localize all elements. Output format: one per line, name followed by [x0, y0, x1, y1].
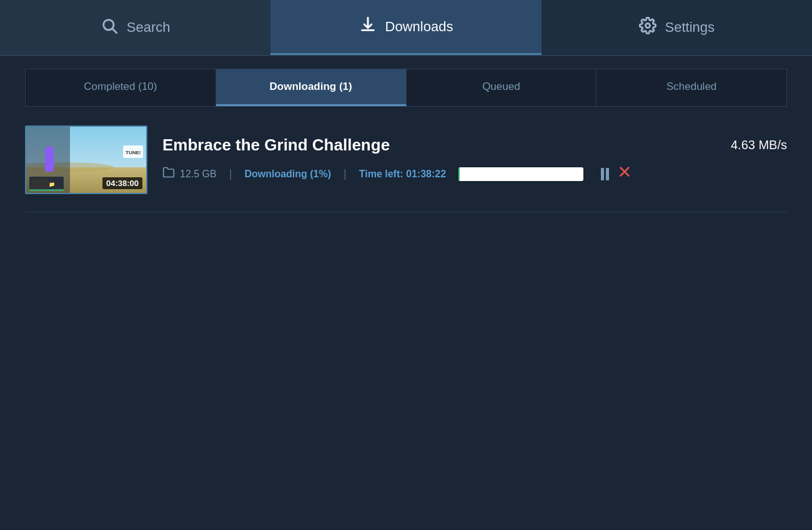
pipe-divider: | — [229, 167, 232, 180]
svg-rect-7 — [45, 153, 54, 172]
pause-button[interactable] — [601, 168, 609, 180]
tab-scheduled[interactable]: Scheduled — [597, 69, 786, 106]
svg-line-1 — [112, 29, 116, 32]
settings-icon — [639, 17, 656, 39]
time-left: Time left: 01:38:22 — [359, 169, 446, 180]
thumbnail: TUNE! 📁 04:38:00 — [25, 125, 147, 194]
cancel-button[interactable] — [616, 164, 633, 184]
sub-tabs: Completed (10) Downloading (1) Queued Sc… — [25, 69, 787, 107]
table-row: TUNE! 📁 04:38:00 Embrace the Grind Chall… — [25, 125, 787, 212]
nav-downloads[interactable]: Downloads — [270, 0, 541, 55]
nav-search-label: Search — [127, 19, 171, 36]
svg-text:TUNE!: TUNE! — [126, 150, 141, 155]
top-nav: Search Downloads Settings — [0, 0, 812, 56]
download-speed: 4.63 MB/s — [731, 138, 787, 152]
download-icon — [359, 16, 377, 37]
progress-bar-fill — [458, 167, 460, 181]
svg-rect-14 — [29, 189, 64, 191]
download-title: Embrace the Grind Challenge — [162, 135, 390, 155]
download-info: Embrace the Grind Challenge 4.63 MB/s 12… — [162, 135, 787, 184]
progress-bar — [458, 167, 583, 181]
tab-downloading[interactable]: Downloading (1) — [216, 69, 407, 106]
svg-text:📁: 📁 — [49, 181, 55, 187]
nav-search[interactable]: Search — [0, 0, 270, 55]
action-buttons — [601, 164, 633, 184]
downloads-area: TUNE! 📁 04:38:00 Embrace the Grind Chall… — [0, 107, 812, 231]
file-size: 12.5 GB — [180, 169, 217, 180]
nav-settings-label: Settings — [665, 19, 715, 36]
title-row: Embrace the Grind Challenge 4.63 MB/s — [162, 135, 787, 155]
tab-completed[interactable]: Completed (10) — [26, 69, 216, 106]
nav-downloads-label: Downloads — [385, 19, 453, 35]
file-size-wrapper: 12.5 GB — [162, 166, 217, 182]
download-status: Downloading (1%) — [244, 169, 331, 180]
pipe-divider-2: | — [344, 167, 347, 180]
nav-settings[interactable]: Settings — [542, 0, 812, 55]
svg-rect-12 — [31, 179, 47, 189]
meta-row: 12.5 GB | Downloading (1%) | Time left: … — [162, 164, 787, 184]
search-icon — [101, 17, 118, 39]
folder-icon — [162, 166, 175, 182]
thumbnail-duration: 04:38:00 — [102, 177, 142, 189]
svg-point-8 — [45, 146, 54, 155]
svg-point-2 — [645, 23, 650, 27]
tab-queued[interactable]: Queued — [407, 69, 597, 106]
